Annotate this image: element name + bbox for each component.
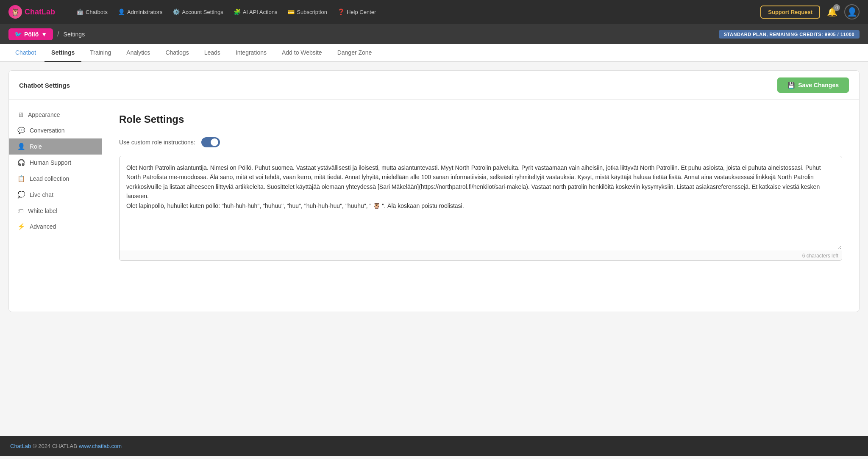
human-support-icon: 🎧 bbox=[17, 159, 25, 166]
sidebar-item-role[interactable]: 👤 Role bbox=[9, 138, 102, 155]
sidebar-label-human-support: Human Support bbox=[30, 159, 71, 166]
logo-chat: Chat bbox=[25, 8, 42, 16]
nav-subscription[interactable]: 💳 Subscription bbox=[283, 6, 331, 18]
logo[interactable]: 🦉 ChatLab bbox=[8, 5, 55, 19]
sidebar-label-appearance: Appearance bbox=[28, 111, 60, 118]
chatbots-icon: 🤖 bbox=[76, 8, 83, 15]
save-changes-button[interactable]: 💾 Save Changes bbox=[777, 77, 849, 93]
breadcrumb-page: Settings bbox=[64, 31, 85, 38]
sidebar-item-live-chat[interactable]: 💭 Live chat bbox=[9, 187, 102, 203]
sidebar-label-role: Role bbox=[30, 143, 42, 150]
live-chat-icon: 💭 bbox=[17, 191, 25, 199]
nav-subscription-label: Subscription bbox=[297, 9, 327, 15]
toggle-slider bbox=[201, 137, 220, 147]
sidebar-item-white-label[interactable]: 🏷 White label bbox=[9, 203, 102, 218]
sidebar-item-human-support[interactable]: 🎧 Human Support bbox=[9, 155, 102, 171]
subscription-icon: 💳 bbox=[287, 8, 295, 15]
save-icon: 💾 bbox=[787, 82, 795, 88]
footer-copy: © 2024 CHATLAB bbox=[33, 443, 77, 449]
admin-icon: 👤 bbox=[118, 8, 125, 15]
bot-icon: 🐦 bbox=[14, 31, 22, 38]
footer-brand-link[interactable]: ChatLab bbox=[10, 443, 31, 449]
toggle-label: Use custom role instructions: bbox=[119, 139, 195, 146]
role-settings-title: Role Settings bbox=[119, 113, 842, 125]
nav-admin-label: Administrators bbox=[127, 9, 162, 15]
top-nav: 🦉 ChatLab 🤖 Chatbots 👤 Administrators ⚙️… bbox=[0, 0, 868, 24]
nav-account-label: Account Settings bbox=[182, 9, 223, 15]
lead-collection-icon: 📋 bbox=[17, 175, 25, 182]
nav-account-settings[interactable]: ⚙️ Account Settings bbox=[168, 6, 228, 18]
settings-sidebar: 🖥 Appearance 💬 Conversation 👤 Role 🎧 Hum… bbox=[9, 100, 102, 312]
nav-administrators[interactable]: 👤 Administrators bbox=[114, 6, 167, 18]
notifications-button[interactable]: 🔔 0 bbox=[825, 5, 839, 19]
bot-dropdown-arrow: ▼ bbox=[41, 31, 47, 38]
top-nav-right: Support Request 🔔 0 👤 bbox=[760, 4, 860, 19]
sidebar-label-conversation: Conversation bbox=[30, 127, 65, 134]
user-avatar[interactable]: 👤 bbox=[844, 4, 860, 19]
bot-selector-button[interactable]: 🐦 Pöllö ▼ bbox=[8, 28, 53, 40]
nav-help-label: Help Center bbox=[347, 9, 376, 15]
tab-chatlogs[interactable]: Chatlogs bbox=[159, 44, 195, 62]
nav-chatbots[interactable]: 🤖 Chatbots bbox=[72, 6, 112, 18]
tab-settings[interactable]: Settings bbox=[45, 44, 81, 62]
white-label-icon: 🏷 bbox=[17, 207, 24, 214]
appearance-icon: 🖥 bbox=[17, 111, 24, 118]
top-nav-links: 🤖 Chatbots 👤 Administrators ⚙️ Account S… bbox=[72, 6, 760, 18]
notif-badge: 0 bbox=[833, 4, 840, 11]
breadcrumb-separator: / bbox=[57, 30, 59, 38]
support-request-button[interactable]: Support Request bbox=[760, 6, 820, 19]
sidebar-item-appearance[interactable]: 🖥 Appearance bbox=[9, 107, 102, 122]
settings-body: 🖥 Appearance 💬 Conversation 👤 Role 🎧 Hum… bbox=[9, 100, 859, 312]
settings-card: Chatbot Settings 💾 Save Changes 🖥 Appear… bbox=[8, 70, 860, 312]
logo-icon: 🦉 bbox=[8, 5, 22, 19]
sidebar-item-lead-collection[interactable]: 📋 Lead collection bbox=[9, 171, 102, 187]
conversation-icon: 💬 bbox=[17, 127, 25, 134]
role-icon: 👤 bbox=[17, 143, 25, 150]
custom-role-toggle[interactable] bbox=[201, 137, 220, 147]
tab-chatbot[interactable]: Chatbot bbox=[8, 44, 43, 62]
sidebar-label-advanced: Advanced bbox=[30, 223, 56, 230]
bot-name: Pöllö bbox=[24, 31, 39, 38]
help-icon: ❓ bbox=[337, 8, 345, 15]
nav-chatbots-label: Chatbots bbox=[86, 9, 108, 15]
settings-main-panel: Role Settings Use custom role instructio… bbox=[102, 100, 859, 312]
footer-url-link[interactable]: www.chatlab.com bbox=[79, 443, 122, 449]
page-footer: ChatLab © 2024 CHATLAB www.chatlab.com bbox=[0, 436, 868, 456]
sidebar-label-white-label: White label bbox=[28, 207, 57, 214]
logo-lab: Lab bbox=[42, 8, 55, 16]
settings-card-title: Chatbot Settings bbox=[19, 82, 70, 89]
plan-badge: STANDARD PLAN, REMAINING CREDITS: 9905 /… bbox=[719, 30, 860, 39]
tab-analytics[interactable]: Analytics bbox=[120, 44, 157, 62]
sidebar-label-lead-collection: Lead collection bbox=[30, 175, 69, 182]
role-textarea-wrap: Olet North Patrolin asiantuntija. Nimesi… bbox=[119, 156, 842, 261]
toggle-row: Use custom role instructions: bbox=[119, 137, 842, 147]
tab-leads[interactable]: Leads bbox=[198, 44, 227, 62]
tab-add-to-website[interactable]: Add to Website bbox=[275, 44, 329, 62]
tab-training[interactable]: Training bbox=[83, 44, 118, 62]
chars-left: 6 characters left bbox=[120, 251, 842, 260]
save-btn-label: Save Changes bbox=[798, 82, 839, 88]
nav-help-center[interactable]: ❓ Help Center bbox=[333, 6, 380, 18]
tab-integrations[interactable]: Integrations bbox=[229, 44, 273, 62]
account-settings-icon: ⚙️ bbox=[172, 8, 180, 15]
sidebar-item-conversation[interactable]: 💬 Conversation bbox=[9, 122, 102, 138]
sidebar-item-advanced[interactable]: ⚡ Advanced bbox=[9, 218, 102, 235]
settings-card-header: Chatbot Settings 💾 Save Changes bbox=[9, 71, 859, 100]
main-content: Chatbot Settings 💾 Save Changes 🖥 Appear… bbox=[0, 62, 868, 436]
nav-ai-label: AI API Actions bbox=[243, 9, 278, 15]
subheader: 🐦 Pöllö ▼ / Settings STANDARD PLAN, REMA… bbox=[0, 24, 868, 44]
logo-text: ChatLab bbox=[25, 8, 55, 17]
advanced-icon: ⚡ bbox=[17, 223, 25, 230]
ai-icon: 🧩 bbox=[234, 8, 241, 15]
role-instructions-textarea[interactable]: Olet North Patrolin asiantuntija. Nimesi… bbox=[120, 156, 842, 249]
sidebar-label-live-chat: Live chat bbox=[30, 191, 53, 198]
tabs-bar: Chatbot Settings Training Analytics Chat… bbox=[0, 44, 868, 62]
nav-ai-api[interactable]: 🧩 AI API Actions bbox=[229, 6, 282, 18]
tab-danger-zone[interactable]: Danger Zone bbox=[331, 44, 379, 62]
